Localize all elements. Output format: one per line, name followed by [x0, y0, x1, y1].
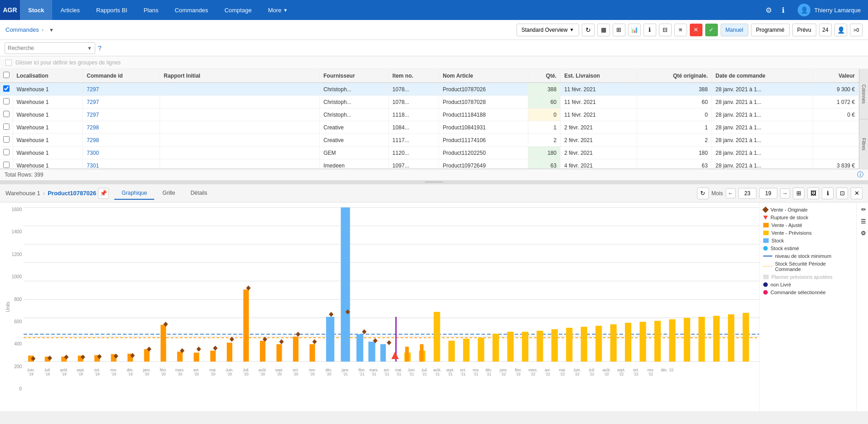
month-to-input[interactable]: [759, 188, 777, 199]
svg-text:'20: '20: [310, 372, 315, 376]
search-input[interactable]: [8, 45, 87, 51]
col-header-date-commande[interactable]: Date de commande: [712, 69, 813, 83]
tab-details[interactable]: Détails: [183, 187, 215, 200]
nav-item-rapports-bi[interactable]: Rapports BI: [88, 0, 136, 20]
chart-close-button[interactable]: ✕: [851, 187, 863, 199]
chart-image-button[interactable]: 🖼: [807, 187, 819, 199]
cell-date_commande: 28 janv. 2021 à 1...: [712, 147, 813, 159]
row-checkbox[interactable]: [3, 85, 10, 92]
standard-overview-button[interactable]: Standard Overview ▼: [517, 24, 579, 36]
chart-table-button[interactable]: ⊞: [793, 187, 805, 199]
cell-localisation: Warehouse 1: [13, 159, 83, 169]
month-prev-button[interactable]: ←: [726, 188, 736, 198]
filter-button[interactable]: ⊞: [613, 24, 625, 36]
search-input-wrap[interactable]: ▼: [5, 42, 95, 54]
nav-item-commandes[interactable]: Commandes: [166, 0, 216, 20]
manuel-button[interactable]: Manuel: [721, 24, 748, 36]
chart-button[interactable]: 📊: [628, 24, 641, 36]
help-circle-icon[interactable]: ⓘ: [857, 171, 863, 179]
legend-item-safety-stock: Stock Sécurité Période Commande: [763, 261, 853, 272]
help-icon[interactable]: ?: [98, 44, 102, 52]
nav-info-icon[interactable]: ℹ: [776, 0, 790, 20]
col-header-valeur[interactable]: Valeur: [813, 69, 859, 83]
breadcrumb-dropdown-icon[interactable]: ▼: [49, 27, 54, 33]
month-next-button[interactable]: →: [780, 188, 790, 198]
user-area[interactable]: 👤 Thierry Lamarque: [790, 4, 868, 16]
col-header-rapport-initial[interactable]: Rapport Initial: [160, 69, 320, 83]
filtres-label[interactable]: Filtres: [859, 119, 868, 169]
table-row[interactable]: Warehouse 17300GEM1120...Product11202250…: [0, 147, 859, 159]
nav-item-articles[interactable]: Articles: [52, 0, 88, 20]
breadcrumb-parent[interactable]: Commandes: [5, 26, 39, 33]
nav-item-stock[interactable]: Stock: [20, 0, 52, 20]
svg-rect-45: [566, 328, 572, 361]
svg-rect-50: [639, 322, 646, 362]
chart-settings-icon[interactable]: ☰: [858, 216, 868, 226]
chart-expand-button[interactable]: ⊡: [836, 187, 848, 199]
logo[interactable]: AGR: [0, 0, 20, 20]
header-checkbox[interactable]: [0, 69, 13, 83]
cell-est_livraison: 4 févr. 2021: [561, 159, 637, 169]
cell-commande_id: 7300: [83, 147, 160, 159]
table-row[interactable]: Warehouse 17297Christoph...1078...Produc…: [0, 83, 859, 96]
grid-view-button[interactable]: ⊟: [659, 24, 672, 36]
cell-date_commande: 28 janv. 2021 à 1...: [712, 96, 813, 108]
row-checkbox[interactable]: [3, 98, 10, 104]
col-header-commande-id[interactable]: Commande id: [83, 69, 160, 83]
nav-item-more[interactable]: More ▼: [260, 0, 296, 20]
row-checkbox[interactable]: [3, 149, 10, 155]
row-checkbox[interactable]: [3, 123, 10, 130]
greater-button[interactable]: >0: [850, 24, 863, 36]
nav-item-comptage[interactable]: Comptage: [216, 0, 260, 20]
row-checkbox[interactable]: [3, 111, 10, 117]
chart-refresh-button[interactable]: ↻: [697, 187, 709, 199]
pin-button[interactable]: 📌: [98, 188, 109, 199]
programme-button[interactable]: Programmé: [751, 24, 790, 36]
table-row[interactable]: Warehouse 17297Christoph...1078...Produc…: [0, 96, 859, 108]
tab-grille[interactable]: Grille: [155, 187, 182, 200]
month-from-input[interactable]: [738, 188, 756, 199]
chart-info-button[interactable]: ℹ: [822, 187, 834, 199]
bottom-bc-parent[interactable]: Warehouse 1: [5, 190, 40, 197]
refresh-button[interactable]: ↻: [582, 24, 595, 36]
cell-localisation: Warehouse 1: [13, 147, 83, 159]
confirm-button[interactable]: ✓: [705, 24, 718, 36]
search-dropdown-icon[interactable]: ▼: [87, 45, 92, 51]
row-checkbox[interactable]: [3, 162, 10, 168]
group-hint-bar: Glisser ici pour définir les groupes de …: [0, 56, 868, 69]
table-row[interactable]: Warehouse 17298Creative1084...Product108…: [0, 121, 859, 134]
cell-fournisseur: Creative: [320, 134, 389, 147]
svg-rect-31: [356, 334, 363, 361]
nav-settings-icon[interactable]: ⚙: [761, 0, 776, 20]
layout-button[interactable]: ▦: [597, 24, 610, 36]
table-row[interactable]: Warehouse 17298Creative1117...Product111…: [0, 134, 859, 147]
col-header-qte[interactable]: Qté.: [528, 69, 561, 83]
col-header-item-no[interactable]: Item no.: [389, 69, 439, 83]
tab-graphique[interactable]: Graphique: [114, 187, 154, 200]
colonnes-label[interactable]: Colonnes: [859, 69, 868, 119]
delete-button[interactable]: ✕: [690, 24, 702, 36]
col-header-est-livraison[interactable]: Est. Livraison: [561, 69, 637, 83]
col-header-qte-originale[interactable]: Qté originale.: [637, 69, 712, 83]
chart-edit-icon[interactable]: ✏: [858, 204, 868, 214]
svg-text:'22: '22: [634, 372, 639, 376]
col-header-nom-article[interactable]: Nom Article: [439, 69, 528, 83]
columns-toggle-button[interactable]: ≡: [674, 24, 687, 36]
table-row[interactable]: Warehouse 17297Christoph...1118...Produc…: [0, 108, 859, 121]
legend-item-min-stock: niveau de stock minimum: [763, 253, 853, 259]
table-row[interactable]: Warehouse 17301Imedeen1097...Product1097…: [0, 159, 859, 169]
row-checkbox[interactable]: [3, 136, 10, 143]
count-badge: 24: [819, 24, 832, 36]
info-button[interactable]: ℹ: [644, 24, 656, 36]
chart-circle-icon[interactable]: ⚙: [858, 228, 868, 238]
col-header-localisation[interactable]: Localisation: [13, 69, 83, 83]
nav-item-plans[interactable]: Plans: [136, 0, 167, 20]
prevu-button[interactable]: Prévu: [792, 24, 816, 36]
group-hint-checkbox[interactable]: [5, 59, 12, 66]
select-all-checkbox[interactable]: [3, 72, 10, 78]
col-header-fournisseur[interactable]: Fournisseur: [320, 69, 389, 83]
cell-fournisseur: GEM: [320, 147, 389, 159]
person-icon-button[interactable]: 👤: [834, 24, 847, 36]
svg-text:'21: '21: [422, 372, 427, 376]
cell-commande_id: 7297: [83, 96, 160, 108]
